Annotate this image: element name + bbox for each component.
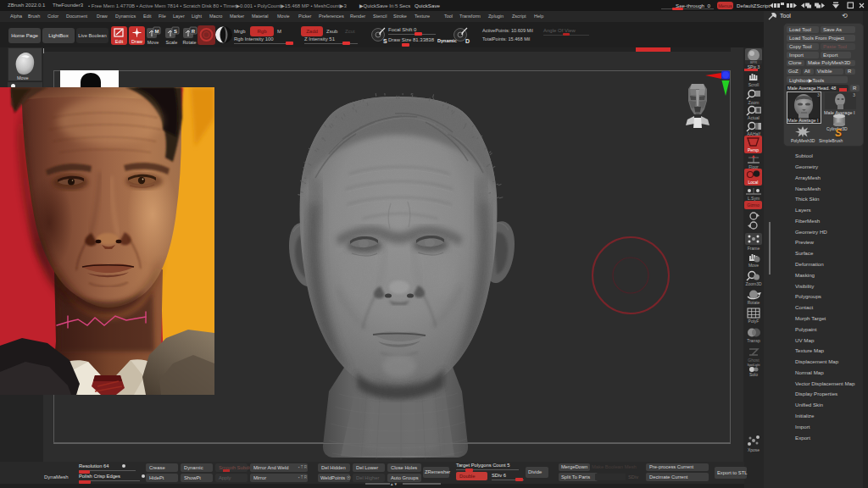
svg-text:Move: Move [147, 40, 159, 45]
svg-text:SpotLight: SpotLight [748, 363, 760, 367]
svg-text:Scale: Scale [166, 40, 178, 45]
svg-text:M: M [155, 29, 159, 34]
svg-text:Rotate: Rotate [182, 40, 196, 45]
svg-text:D: D [465, 38, 470, 44]
svg-text:R: R [192, 29, 196, 34]
svg-text:S: S [383, 38, 387, 44]
svg-text:Edit: Edit [115, 39, 124, 44]
svg-text:S: S [174, 29, 177, 34]
svg-text:Draw: Draw [131, 39, 142, 44]
